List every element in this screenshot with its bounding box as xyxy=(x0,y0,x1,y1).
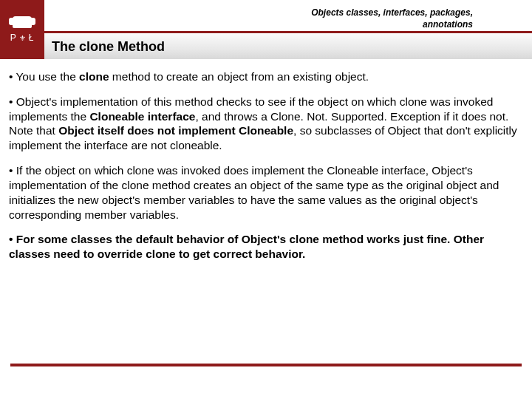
crest-icon: ⚜ xyxy=(19,34,27,42)
university-logo: P ⚜ Ł xyxy=(0,0,44,59)
bullet-2: • Object's implementation of this method… xyxy=(9,95,523,153)
logo-letter-left: P xyxy=(10,33,17,43)
subject-line-2: annotations xyxy=(423,19,473,30)
logo-letters: P ⚜ Ł xyxy=(10,33,35,43)
slide-header: P ⚜ Ł Objects classes, interfaces, packa… xyxy=(0,0,532,59)
footer-accent-line xyxy=(10,364,522,366)
eagle-icon xyxy=(13,16,32,28)
slide-body: • You use the clone method to create an … xyxy=(0,59,532,262)
title-bar: The clone Method xyxy=(44,34,532,59)
bullet-3: • If the object on which clone was invok… xyxy=(9,163,523,222)
slide: P ⚜ Ł Objects classes, interfaces, packa… xyxy=(0,0,532,399)
bullet-1: • You use the clone method to create an … xyxy=(9,69,523,84)
bullet-4: • For some classes the default behavior … xyxy=(9,232,523,262)
bold-paragraph: • For some classes the default behavior … xyxy=(9,233,484,260)
bold-object-not-cloneable: Object itself does not implement Cloneab… xyxy=(58,124,293,137)
subject-line-1: Objects classes, interfaces, packages, xyxy=(311,7,473,18)
slide-title: The clone Method xyxy=(52,39,165,55)
header-accent-line xyxy=(44,31,532,33)
text: • You use the xyxy=(9,70,79,83)
logo-letter-right: Ł xyxy=(29,33,35,43)
bold-clone: clone xyxy=(79,70,109,83)
bold-cloneable-interface: Cloneable interface xyxy=(89,110,195,123)
text: method to create an object from an exist… xyxy=(109,70,369,83)
